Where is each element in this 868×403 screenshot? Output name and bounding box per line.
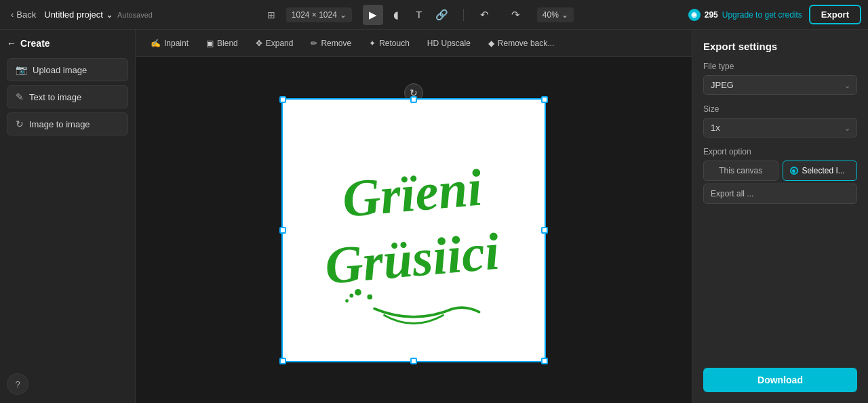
topbar-right: ◉ 295 Upgrade to get credits Export: [688, 5, 861, 24]
selected-button[interactable]: Selected I...: [783, 161, 858, 181]
file-type-select-wrapper: JPEG PNG WEBP PDF ⌄: [703, 75, 857, 95]
sidebar: ← Create 📷 Upload image ✎ Text to image …: [0, 30, 136, 403]
canvas-svg: Grïeni Grüsiici: [283, 100, 545, 361]
remove-label: Remove: [321, 39, 351, 48]
handle-mid-right[interactable]: [541, 227, 548, 234]
handle-bottom-right[interactable]: [541, 358, 548, 364]
retouch-label: Retouch: [379, 39, 410, 48]
zoom-button[interactable]: 40% ⌄: [537, 7, 574, 22]
export-option-field: Export option This canvas Selected I... …: [703, 147, 857, 204]
size-select[interactable]: 1x 2x 4x: [703, 118, 857, 137]
hd-upscale-label: HD Upscale: [427, 39, 471, 48]
blend-button[interactable]: ▣ Blend: [199, 36, 245, 51]
redo-button[interactable]: ↷: [506, 5, 526, 25]
credits-count: 295: [705, 10, 718, 20]
handle-mid-left[interactable]: [279, 227, 286, 234]
help-button[interactable]: ?: [7, 373, 28, 395]
svg-text:Grïeni: Grïeni: [340, 158, 484, 228]
handle-bottom-mid[interactable]: [410, 358, 417, 364]
handle-top-mid[interactable]: [410, 96, 417, 103]
size-select-wrapper: 1x 2x 4x ⌄: [703, 118, 857, 137]
upgrade-link[interactable]: Upgrade to get credits: [722, 10, 802, 20]
hd-upscale-button[interactable]: HD Upscale: [420, 36, 477, 51]
link-tool[interactable]: 🔗: [432, 5, 452, 25]
image-to-image-label: Image to image: [29, 119, 90, 129]
svg-point-5: [367, 294, 372, 299]
remove-back-label: Remove back...: [498, 39, 554, 48]
canvas-size-chevron: ⌄: [340, 10, 347, 20]
topbar-left: ‹ Back Untitled project ⌄ Autosaved: [7, 7, 153, 22]
sidebar-item-image-to-image[interactable]: ↻ Image to image: [7, 112, 128, 135]
selected-radio-dot: [790, 167, 798, 175]
undo-button[interactable]: ↶: [475, 5, 495, 25]
toolbar-secondary: ✍ Inpaint ▣ Blend ✥ Expand ✏ Remove ✦ Re…: [136, 30, 692, 57]
canvas-size-value: 1024 × 1024: [292, 10, 337, 20]
export-all-row: Export all ...: [703, 184, 857, 204]
inpaint-button[interactable]: ✍ Inpaint: [144, 36, 195, 51]
upload-image-label: Upload image: [33, 65, 87, 75]
main-area: ← Create 📷 Upload image ✎ Text to image …: [0, 30, 868, 403]
create-label: Create: [20, 38, 50, 49]
canvas-size-button[interactable]: 1024 × 1024 ⌄: [286, 7, 352, 22]
file-type-select[interactable]: JPEG PNG WEBP PDF: [703, 75, 857, 95]
retouch-button[interactable]: ✦ Retouch: [362, 36, 416, 51]
handle-top-left[interactable]: [279, 96, 286, 103]
canvas-area: ✍ Inpaint ▣ Blend ✥ Expand ✏ Remove ✦ Re…: [136, 30, 692, 403]
selected-radio-dot-inner: [792, 169, 795, 173]
tool-icons: ▶ ◖ T 🔗: [363, 5, 452, 25]
export-option-group: This canvas Selected I...: [703, 161, 857, 181]
export-all-button[interactable]: Export all ...: [703, 184, 857, 204]
svg-text:Grüsiici: Grüsiici: [323, 221, 502, 295]
autosaved-label: Autosaved: [117, 11, 153, 19]
create-header[interactable]: ← Create: [7, 38, 128, 49]
lasso-tool[interactable]: ◖: [386, 5, 406, 25]
file-type-label: File type: [703, 62, 857, 71]
upload-image-icon: 📷: [16, 64, 27, 75]
handle-bottom-left[interactable]: [279, 358, 286, 364]
help-icon: ?: [15, 379, 20, 389]
text-to-image-label: Text to image: [29, 92, 81, 102]
remove-icon: ✏: [311, 39, 317, 48]
expand-icon: ✥: [256, 39, 262, 48]
project-name[interactable]: Untitled project ⌄: [44, 9, 113, 20]
export-panel-title: Export settings: [703, 41, 857, 52]
svg-point-3: [349, 293, 353, 297]
canvas-frame[interactable]: Grïeni Grüsiici: [281, 98, 546, 362]
expand-label: Expand: [266, 39, 294, 48]
svg-point-2: [355, 289, 361, 295]
size-field: Size 1x 2x 4x ⌄: [703, 104, 857, 137]
text-tool[interactable]: T: [409, 5, 429, 25]
image-to-image-icon: ↻: [16, 119, 24, 129]
remove-back-icon: ◆: [488, 39, 494, 48]
size-label: Size: [703, 104, 857, 114]
retouch-icon: ✦: [369, 39, 376, 48]
export-panel: Export settings File type JPEG PNG WEBP …: [692, 30, 868, 403]
export-option-label: Export option: [703, 147, 857, 156]
zoom-chevron: ⌄: [561, 10, 568, 20]
sidebar-item-upload-image[interactable]: 📷 Upload image: [7, 58, 128, 81]
canvas-viewport[interactable]: ↻ Grïeni: [136, 57, 692, 403]
create-back-icon: ←: [7, 38, 16, 49]
sidebar-item-text-to-image[interactable]: ✎ Text to image: [7, 85, 128, 108]
inpaint-icon: ✍: [151, 39, 161, 48]
back-icon: ‹: [11, 9, 14, 20]
download-button[interactable]: Download: [703, 368, 857, 392]
project-name-chevron: ⌄: [106, 9, 113, 20]
back-button[interactable]: ‹ Back: [7, 7, 40, 22]
selected-label: Selected I...: [802, 166, 845, 175]
file-type-field: File type JPEG PNG WEBP PDF ⌄: [703, 62, 857, 95]
this-canvas-button[interactable]: This canvas: [703, 161, 778, 181]
handle-top-right[interactable]: [541, 96, 548, 103]
zoom-value: 40%: [542, 10, 559, 20]
remove-back-button[interactable]: ◆ Remove back...: [481, 36, 561, 51]
expand-button[interactable]: ✥ Expand: [249, 36, 300, 51]
select-tool[interactable]: ▶: [363, 5, 383, 25]
text-to-image-icon: ✎: [16, 91, 24, 102]
export-button[interactable]: Export: [809, 5, 861, 24]
back-label: Back: [16, 9, 36, 20]
canvas-wrapper: ↻ Grïeni: [281, 98, 546, 362]
project-name-text: Untitled project: [44, 9, 103, 20]
topbar: ‹ Back Untitled project ⌄ Autosaved ⊞ 10…: [0, 0, 868, 30]
credits-area: ◉ 295 Upgrade to get credits: [688, 9, 802, 21]
remove-button[interactable]: ✏ Remove: [304, 36, 358, 51]
